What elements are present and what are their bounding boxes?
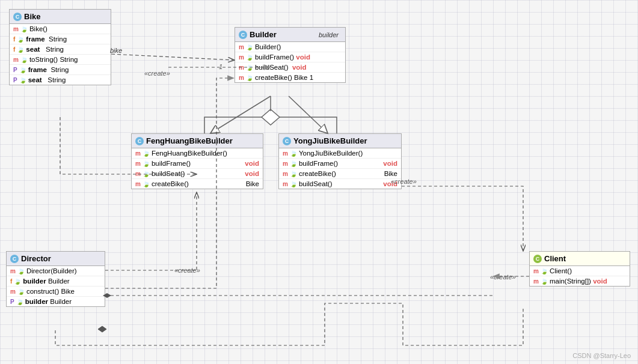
- director-header: C Director: [7, 252, 105, 266]
- fenghuang-title: FengHuangBikeBuilder: [146, 136, 233, 145]
- bike-row-6: P 🍃 seat String: [10, 75, 111, 85]
- bike-label: bike: [110, 47, 122, 54]
- client-row-2: m 🍃 main(String[]) void: [530, 276, 630, 286]
- fenghuang-row-2: m 🍃 buildFrame()void: [132, 159, 263, 169]
- svg-line-8: [289, 96, 328, 133]
- class-icon-builder: C: [239, 31, 247, 39]
- class-icon-yongjiu: C: [283, 137, 291, 145]
- fenghuang-header: C FengHuangBikeBuilder: [132, 134, 263, 148]
- director-row-3: m 🍃 construct() Bike: [7, 287, 105, 297]
- yongjiu-row-3: m 🍃 createBike()Bike: [279, 169, 401, 179]
- class-icon-fenghuang: C: [135, 137, 144, 145]
- bike-header: C Bike: [10, 10, 111, 24]
- bike-row-1: m 🍃 Bike(): [10, 24, 111, 34]
- bike-class: C Bike m 🍃 Bike() f 🍃 frame String f 🍃 s…: [9, 9, 111, 85]
- bike-title: Bike: [24, 12, 40, 21]
- director-class: C Director m 🍃 Director(Builder) f 🍃 bui…: [6, 251, 105, 307]
- builder-row-4: m 🍃 createBike() Bike 1: [235, 73, 345, 82]
- fenghuang-row-4: m 🍃 createBike()Bike: [132, 179, 263, 189]
- class-icon: C: [13, 13, 22, 21]
- yongjiu-class: C YongJiuBikeBuilder m 🍃 YongJiuBikeBuil…: [278, 133, 402, 189]
- client-row-1: m 🍃 Client(): [530, 266, 630, 276]
- bike-row-4: m 🍃 toString() String: [10, 55, 111, 65]
- client-header: C Client: [530, 252, 630, 266]
- fenghuang-row-1: m 🍃 FengHuangBikeBuilder(): [132, 148, 263, 159]
- yongjiu-row-1: m 🍃 YongJiuBikeBuilder(): [279, 148, 401, 159]
- watermark: CSDN @Starry-Leo: [572, 352, 631, 359]
- create-label-2: «create»: [391, 178, 417, 185]
- svg-marker-12: [262, 109, 280, 125]
- svg-text:1: 1: [219, 63, 222, 70]
- svg-line-4: [111, 54, 235, 60]
- yongjiu-row-2: m 🍃 buildFrame()void: [279, 159, 401, 169]
- yongjiu-header: C YongJiuBikeBuilder: [279, 134, 401, 148]
- svg-line-7: [210, 96, 271, 133]
- builder-row-3: m 🍃 buildSeat() void: [235, 62, 345, 73]
- builder-row-1: m 🍃 Builder(): [235, 42, 345, 52]
- client-title: Client: [544, 254, 566, 263]
- director-title: Director: [21, 254, 51, 263]
- builder-row-2: m 🍃 buildFrame() void: [235, 52, 345, 62]
- builder-label: builder: [319, 31, 339, 38]
- class-icon-director: C: [10, 255, 19, 263]
- fenghuang-row-3: m 🍃 buildSeat()void: [132, 169, 263, 179]
- svg-marker-11: [98, 326, 106, 332]
- client-class: C Client m 🍃 Client() m 🍃 main(String[])…: [529, 251, 630, 287]
- builder-title: Builder: [250, 30, 277, 39]
- yongjiu-title: YongJiuBikeBuilder: [293, 136, 367, 145]
- bike-row-3: f 🍃 seat String: [10, 44, 111, 55]
- director-row-1: m 🍃 Director(Builder): [7, 266, 105, 276]
- yongjiu-row-4: m 🍃 buildSeat()void: [279, 179, 401, 189]
- create-label-1: «create»: [144, 70, 170, 77]
- fenghuang-class: C FengHuangBikeBuilder m 🍃 FengHuangBike…: [131, 133, 263, 189]
- bike-row-2: f 🍃 frame String: [10, 34, 111, 44]
- create-label-4: «create»: [490, 273, 516, 281]
- bike-row-5: P 🍃 frame String: [10, 65, 111, 75]
- director-row-4: P 🍃 builder Builder: [7, 297, 105, 306]
- director-row-2: f 🍃 builder Builder: [7, 276, 105, 287]
- class-icon-client: C: [533, 255, 542, 263]
- create-label-3: «create»: [174, 267, 200, 274]
